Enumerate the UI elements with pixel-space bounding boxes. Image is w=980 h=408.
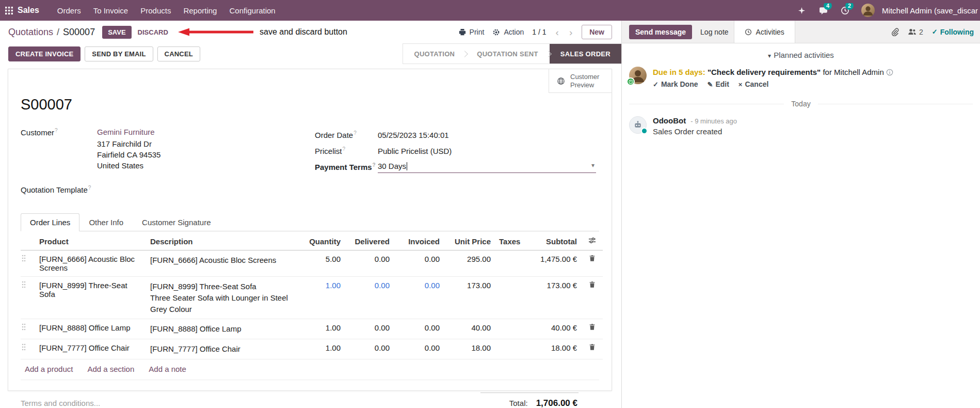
field-groups: Customer? Gemini Furniture 317 Fairchild… bbox=[21, 128, 599, 196]
print-button[interactable]: Print bbox=[459, 28, 485, 36]
notebook-tabs: Order Lines Other Info Customer Signatur… bbox=[21, 213, 599, 231]
breadcrumb-quotations[interactable]: Quotations bbox=[8, 27, 53, 38]
activities-tab[interactable]: Activities bbox=[734, 21, 795, 43]
add-a-note-link[interactable]: Add a note bbox=[149, 365, 186, 373]
activity-summary: "Check delivery requirements" bbox=[708, 68, 821, 76]
printer-icon bbox=[459, 28, 466, 36]
followers-button[interactable]: 2 bbox=[908, 28, 923, 36]
drag-handle-icon bbox=[22, 281, 35, 288]
tab-order-lines[interactable]: Order Lines bbox=[21, 213, 79, 231]
optional-columns-button[interactable] bbox=[581, 231, 603, 250]
activity-content: Due in 5 days: "Check delivery requireme… bbox=[653, 67, 893, 88]
order-line-subtotal: 18.00 € bbox=[523, 339, 581, 359]
trash-icon bbox=[589, 343, 596, 351]
order-line-delivered: 0.00 bbox=[345, 319, 394, 339]
chatter-topbar-left: Send message Log note bbox=[622, 21, 729, 43]
form-pane: Quotations / S00007 SAVE DISCARD save an… bbox=[0, 21, 622, 408]
drag-handle[interactable] bbox=[21, 339, 35, 359]
order-line-unit-price: 40.00 bbox=[444, 319, 495, 339]
stage-sales-order[interactable]: SALES ORDER bbox=[550, 44, 621, 64]
customer-preview-button[interactable]: Customer Preview bbox=[549, 69, 612, 93]
menu-configuration[interactable]: Configuration bbox=[223, 3, 281, 18]
delete-line-button[interactable] bbox=[581, 250, 603, 277]
apps-menu-button[interactable]: Sales bbox=[5, 6, 39, 15]
add-a-product-link[interactable]: Add a product bbox=[25, 365, 73, 373]
discard-button[interactable]: DISCARD bbox=[133, 26, 173, 39]
order-line-row[interactable]: [FURN_8888] Office Lamp [FURN_8888] Offi… bbox=[21, 319, 603, 339]
gear-icon bbox=[492, 28, 500, 36]
drag-handle[interactable] bbox=[21, 250, 35, 277]
app-menu: Orders To Invoice Products Reporting Con… bbox=[52, 3, 281, 18]
order-line-row[interactable]: [FURN_6666] Acoustic Bloc Screens [FURN_… bbox=[21, 250, 603, 277]
order-line-row[interactable]: [FURN_8999] Three-Seat Sofa [FURN_8999] … bbox=[21, 277, 603, 319]
user-menu[interactable]: Mitchell Admin (save_discar bbox=[878, 6, 980, 15]
odoobot-badge bbox=[641, 128, 648, 134]
drag-handle-icon bbox=[22, 255, 35, 262]
payment-terms-value: 30 Days bbox=[378, 162, 406, 170]
order-line-invoiced: 0.00 bbox=[394, 339, 444, 359]
cancel-order-button[interactable]: CANCEL bbox=[157, 46, 200, 61]
order-line-row[interactable]: [FURN_7777] Office Chair [FURN_7777] Off… bbox=[21, 339, 603, 359]
user-avatar[interactable] bbox=[861, 4, 875, 17]
stage-quotation[interactable]: QUOTATION bbox=[403, 44, 465, 64]
pencil-icon: ✎ bbox=[707, 81, 713, 88]
message-timestamp: - 9 minutes ago bbox=[690, 117, 737, 125]
odoo-app-window: Sales Orders To Invoice Products Reporti… bbox=[0, 0, 980, 408]
stage-quotation-sent[interactable]: QUOTATION SENT bbox=[466, 44, 549, 64]
activity-assignee: for Mitchell Admin bbox=[823, 68, 883, 76]
caret-down-icon[interactable]: ▾ bbox=[591, 162, 595, 169]
tab-customer-signature[interactable]: Customer Signature bbox=[133, 213, 220, 231]
info-icon[interactable] bbox=[886, 69, 893, 76]
mark-done-button[interactable]: ✓ Mark Done bbox=[653, 80, 698, 88]
order-line-delivered: 0.00 bbox=[345, 277, 394, 319]
edit-activity-button[interactable]: ✎ Edit bbox=[707, 80, 729, 88]
messages-button[interactable]: 4 bbox=[814, 3, 832, 18]
send-message-button[interactable]: Send message bbox=[629, 25, 692, 39]
pager-previous-button[interactable]: ‹ bbox=[555, 27, 560, 37]
drag-handle[interactable] bbox=[21, 319, 35, 339]
trash-icon bbox=[589, 255, 596, 262]
following-button[interactable]: ✓ Following bbox=[932, 28, 974, 36]
sparkle-button[interactable] bbox=[792, 3, 811, 18]
app-name: Sales bbox=[18, 6, 39, 15]
delete-line-button[interactable] bbox=[581, 339, 603, 359]
tab-other-info[interactable]: Other Info bbox=[79, 213, 133, 231]
message-content: OdooBot - 9 minutes ago Sales Order crea… bbox=[653, 116, 737, 136]
menu-products[interactable]: Products bbox=[135, 3, 176, 18]
menu-reporting[interactable]: Reporting bbox=[178, 3, 222, 18]
pager-next-button[interactable]: › bbox=[568, 27, 573, 37]
planned-activities-toggle[interactable]: ▾Planned activities bbox=[622, 51, 980, 59]
order-line-invoiced: 0.00 bbox=[394, 250, 444, 277]
menu-orders[interactable]: Orders bbox=[52, 3, 87, 18]
pager[interactable]: 1 / 1 bbox=[532, 28, 546, 36]
delete-line-button[interactable] bbox=[581, 319, 603, 339]
cancel-activity-button[interactable]: × Cancel bbox=[738, 80, 769, 88]
attach-files-button[interactable] bbox=[891, 28, 899, 36]
log-note-button[interactable]: Log note bbox=[700, 28, 729, 36]
apps-grid-icon bbox=[5, 7, 13, 14]
create-invoice-button[interactable]: CREATE INVOICE bbox=[8, 46, 81, 61]
annotation-text: save and discard button bbox=[260, 27, 347, 37]
message-count-badge: 4 bbox=[824, 3, 832, 10]
order-lines-body: [FURN_6666] Acoustic Bloc Screens [FURN_… bbox=[21, 250, 603, 359]
pricelist-value[interactable]: Public Pricelist (USD) bbox=[378, 147, 452, 155]
send-by-email-button[interactable]: SEND BY EMAIL bbox=[85, 46, 153, 61]
breadcrumb: Quotations / S00007 bbox=[8, 27, 95, 38]
delete-line-button[interactable] bbox=[581, 277, 603, 319]
new-button[interactable]: New bbox=[582, 25, 612, 39]
customer-link[interactable]: Gemini Furniture bbox=[97, 128, 155, 137]
drag-handle[interactable] bbox=[21, 277, 35, 319]
order-line-invoiced: 0.00 bbox=[394, 277, 444, 319]
payment-terms-input[interactable]: 30 Days ▾ bbox=[378, 161, 596, 173]
activities-systray-button[interactable]: 2 bbox=[836, 3, 854, 18]
menu-to-invoice[interactable]: To Invoice bbox=[88, 3, 134, 18]
followers-count: 2 bbox=[919, 28, 923, 36]
action-button[interactable]: Action bbox=[492, 28, 524, 36]
message-author: OdooBot bbox=[653, 116, 686, 125]
add-a-section-link[interactable]: Add a section bbox=[87, 365, 134, 373]
order-date-value[interactable]: 05/25/2023 15:40:01 bbox=[378, 131, 449, 139]
save-button[interactable]: SAVE bbox=[102, 26, 131, 39]
terms-and-conditions-field[interactable]: Terms and conditions... bbox=[21, 399, 100, 408]
col-invoiced: Invoiced bbox=[394, 231, 444, 250]
activity-count-badge: 2 bbox=[845, 3, 854, 10]
